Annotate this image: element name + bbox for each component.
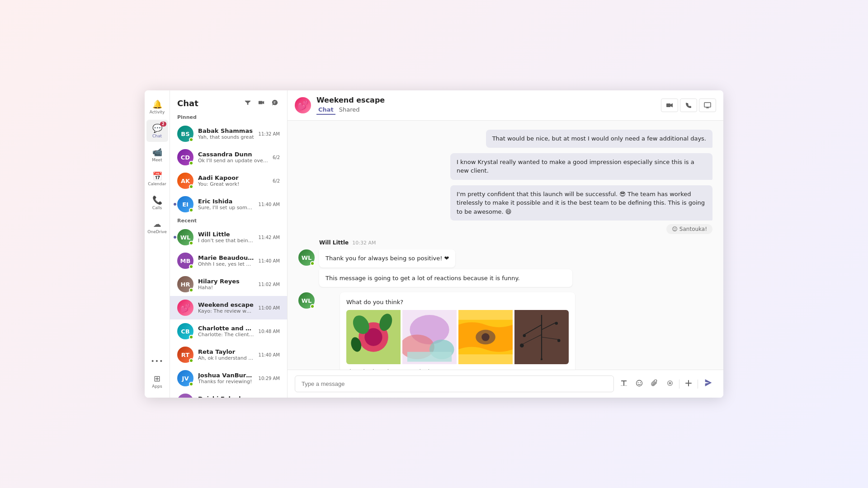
video-call-button[interactable] (256, 98, 266, 109)
chat-item-cassandra[interactable]: CD Cassandra Dunn Ok I'll send an update… (170, 145, 287, 169)
new-chat-button[interactable] (270, 98, 280, 109)
chat-item-babak[interactable]: BS Babak Shammas Yah, that sounds great … (170, 122, 287, 145)
tab-shared[interactable]: Shared (337, 105, 362, 115)
video-call-header-button[interactable] (661, 99, 678, 112)
svg-rect-6 (708, 107, 708, 108)
emoji-button[interactable] (633, 378, 646, 390)
sidebar-item-chat[interactable]: 💬 2 Chat (146, 120, 168, 142)
status-marie (189, 264, 193, 269)
image-cell-silhouette (514, 310, 569, 364)
svg-point-34 (638, 382, 639, 383)
pinned-label: Pinned (170, 113, 287, 122)
reaction-emoji: 😊 (672, 226, 678, 232)
message-bubble: That would be nice, but at most I would … (486, 130, 712, 148)
sidebar-item-onedrive[interactable]: ☁️ OneDrive (146, 216, 168, 238)
chat-info-babak: Babak Shammas Yah, that sounds great (198, 127, 254, 140)
chat-list-title: Chat (177, 99, 198, 108)
screen-share-header-button[interactable] (699, 99, 716, 112)
santouka-reaction: 😊 Santouka! (298, 224, 712, 234)
chat-info-hilary: Hilary Reyes Haha! (198, 278, 254, 291)
format-button[interactable] (618, 378, 630, 390)
avatar-weekend: 💕 (177, 300, 193, 316)
svg-point-29 (557, 339, 561, 342)
message-row: I know Krystal really wanted to make a g… (298, 153, 712, 180)
message-bubble: Thank you for always being so positive! … (319, 249, 455, 267)
chat-list-panel: Chat Pinned BS Babak Shammas (170, 90, 288, 398)
status-aadi (189, 184, 193, 189)
incoming-group-will: Will Little 10:32 AM WL Thank you for al… (298, 239, 712, 287)
avatar-hilary: HR (177, 276, 193, 292)
chat-item-will[interactable]: WL Will Little I don't see that being an… (170, 225, 287, 249)
incoming-row-images: WL What do you think? (298, 292, 712, 370)
svg-rect-4 (704, 103, 711, 107)
attach-button[interactable] (648, 378, 661, 390)
chat-header-name: Weekend escape (316, 96, 656, 104)
message-bubble-incoming: Thank you for always being so positive! … (319, 249, 455, 267)
chat-list-header: Chat (170, 90, 287, 113)
message-bubble: This message is going to get a lot of re… (319, 269, 572, 287)
chat-item-aadi[interactable]: AK Aadi Kapoor You: Great work! 6/2 (170, 169, 287, 192)
avatar-will-img: WL (298, 292, 315, 309)
chat-item-daichi[interactable]: DF Daichi Fukuda You: Thank you!! 10:20 … (170, 390, 287, 398)
chat-item-charlotte[interactable]: CB Charlotte and Babak Charlotte: The cl… (170, 319, 287, 343)
chat-item-eric[interactable]: EI Eric Ishida Sure, I'll set up somethi… (170, 192, 287, 216)
avatar-will: WL (177, 229, 193, 245)
incoming-row: WL Thank you for always being so positiv… (298, 249, 712, 267)
status-charlotte (189, 335, 193, 339)
chat-item-reta[interactable]: RT Reta Taylor Ah, ok I understand now. … (170, 343, 287, 366)
chat-header-actions (661, 99, 716, 112)
status-joshua (189, 382, 193, 386)
unread-dot-eric (174, 203, 176, 206)
avatar-joshua: JV (177, 370, 193, 386)
svg-rect-2 (666, 103, 670, 107)
message-row: I'm pretty confident that this launch wi… (298, 185, 712, 221)
avatar-daichi: DF (177, 394, 193, 398)
sidebar-item-calendar[interactable]: 📅 Calendar (146, 168, 168, 190)
avatar-aadi: AK (177, 173, 193, 189)
chat-info-daichi: Daichi Fukuda You: Thank you!! (198, 395, 254, 398)
image-cell-flowers (346, 310, 401, 364)
chat-item-joshua[interactable]: JV Joshua VanBuren Thanks for reviewing!… (170, 366, 287, 390)
svg-marker-3 (670, 103, 673, 108)
sidebar-item-more[interactable]: ••• (146, 354, 168, 368)
image-cell-fabric (458, 310, 513, 364)
filter-button[interactable] (243, 98, 253, 109)
calendar-icon: 📅 (152, 171, 162, 181)
chat-info-cassandra: Cassandra Dunn Ok I'll send an update ov… (198, 151, 268, 164)
sidebar-item-activity[interactable]: 🔔 Activity (146, 96, 168, 118)
unread-dot-will (174, 236, 176, 239)
message-row: That would be nice, but at most I would … (298, 130, 712, 148)
chat-info-joshua: Joshua VanBuren Thanks for reviewing! (198, 372, 254, 385)
nav-sidebar: 🔔 Activity 💬 2 Chat 📹 Meet 📅 Calendar 📞 … (145, 90, 170, 398)
sidebar-item-calls[interactable]: 📞 Calls (146, 192, 168, 214)
svg-point-33 (637, 380, 642, 386)
meet-icon: 📹 (152, 147, 162, 157)
status-reta (189, 358, 193, 363)
chat-item-marie[interactable]: MB Marie Beaudouin Ohhh I see, yes let m… (170, 249, 287, 272)
message-bubble: I'm pretty confident that this launch wi… (450, 185, 712, 221)
chat-info-charlotte: Charlotte and Babak Charlotte: The clien… (198, 325, 254, 338)
chat-item-hilary[interactable]: HR Hilary Reyes Haha! 11:02 AM (170, 272, 287, 296)
message-bubble: I know Krystal really wanted to make a g… (450, 153, 712, 180)
chat-item-weekend[interactable]: 💕 Weekend escape Kayo: The review went r… (170, 296, 287, 319)
chat-badge: 2 (160, 122, 166, 127)
add-button[interactable] (682, 378, 695, 390)
message-input[interactable] (295, 375, 614, 392)
status-will (189, 241, 193, 245)
loop-button[interactable] (664, 378, 676, 390)
input-actions (618, 377, 716, 391)
chat-header-info: Weekend escape Chat Shared (316, 96, 656, 115)
avatar-will-msg: WL (298, 249, 315, 266)
status-babak (189, 137, 193, 142)
status-hilary (189, 288, 193, 292)
send-button[interactable] (701, 377, 716, 391)
image-cell-abstract (402, 310, 457, 364)
sidebar-item-apps[interactable]: ⊞ Apps (146, 370, 168, 392)
tab-chat[interactable]: Chat (316, 105, 335, 115)
audio-call-header-button[interactable] (680, 99, 697, 112)
sidebar-item-meet[interactable]: 📹 Meet (146, 144, 168, 166)
sender-info: Will Little 10:32 AM (298, 239, 712, 246)
avatar-eric: EI (177, 196, 193, 212)
chat-info-aadi: Aadi Kapoor You: Great work! (198, 174, 268, 187)
reaction-text: Santouka! (679, 226, 707, 232)
